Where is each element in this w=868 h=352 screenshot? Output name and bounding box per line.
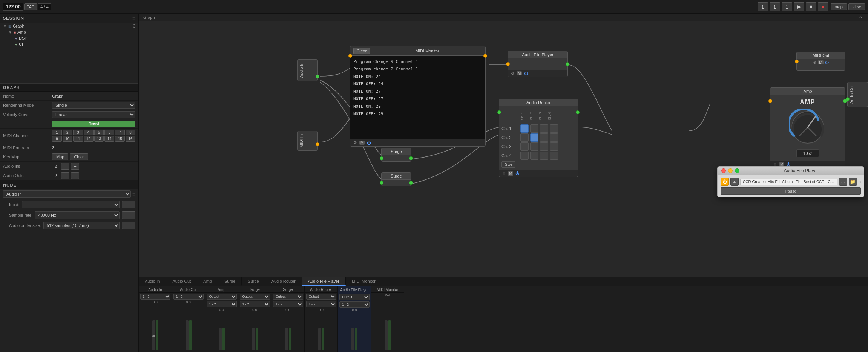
tree-item-dsp[interactable]: ● DSP [0,35,138,41]
graph-canvas[interactable]: Audio In MIDI In Clear MIDI Monitor Prog… [139,21,868,277]
ch-routing-router[interactable]: Output [306,294,336,300]
tab-audio-out[interactable]: Audio Out [166,277,197,286]
velocity-curve-select[interactable]: Linear [52,111,135,118]
afp-dots-button[interactable]: … [839,178,847,186]
midi-ch-8[interactable]: 8 [126,130,135,135]
midi-ch-3[interactable]: 3 [73,130,83,135]
ch-routing-surge-2-2[interactable]: 1 - 2 [273,301,303,307]
midi-ch-15[interactable]: 15 [115,136,125,142]
fader-track-router[interactable] [318,328,321,350]
num-btn-1[interactable]: 1 [758,2,768,11]
fader-handle-audio-in[interactable] [152,335,155,337]
tab-surge-1[interactable]: Surge [218,277,242,286]
ch-routing-router-2[interactable]: 1 - 2 [306,301,336,307]
midi-ch-11[interactable]: 11 [73,136,83,142]
num-btn-3[interactable]: 1 [782,2,792,11]
power-btn-afp[interactable]: ⏻ [524,71,528,75]
afp-pause-button[interactable]: Pause [721,187,861,195]
midi-ch-10[interactable]: 10 [63,136,72,142]
ch-routing-audio-out[interactable]: 1 - 2 [173,294,204,300]
rendering-mode-select[interactable]: Single [52,102,135,109]
audio-router-node[interactable]: Audio Router Ch. 1 Ch. 2 Ch. 3 Ch. 4 Ch.… [499,99,578,177]
bpm-display[interactable]: 122.00 [3,3,23,11]
play-button[interactable]: ▶ [794,2,804,11]
router-cell-4-4[interactable] [550,152,558,160]
midi-ch-14[interactable]: 14 [104,136,114,142]
fader-track-amp[interactable] [219,328,222,350]
tree-item-amp[interactable]: ▼ ■ Amp [0,29,138,35]
ch-routing-afp-2[interactable]: 1 - 2 [339,301,370,308]
tree-item-graph[interactable]: ▼ ⊞ Graph 3 [0,23,138,29]
power-btn-monitor[interactable]: ⏻ [367,141,371,145]
ch-routing-afp[interactable]: Output [339,294,370,300]
midi-ch-7[interactable]: 7 [115,130,125,135]
router-cell-1-1[interactable] [520,124,529,133]
num-btn-2[interactable]: 1 [770,2,780,11]
audio-out-node[interactable]: Audio Out [847,82,868,107]
mute-btn-midi-out[interactable]: M [818,60,823,64]
router-cell-3-2[interactable] [530,142,538,151]
amp-node[interactable]: Amp AMP [770,87,845,168]
mute-btn-afp[interactable]: M [517,71,522,75]
surge-node-2[interactable]: Surge [381,172,411,186]
sample-rate-select[interactable]: 48000 Hz [35,211,120,219]
view-button[interactable]: view [848,3,865,10]
session-menu-button[interactable]: ≡ [132,15,135,21]
surge-node-1[interactable]: Surge [381,148,411,162]
router-cell-3-1[interactable] [520,142,529,151]
router-cell-2-2[interactable] [530,133,538,142]
fader-track-midi-monitor[interactable] [385,320,388,350]
mute-btn-monitor[interactable]: M [359,141,365,145]
router-cell-1-4[interactable] [550,124,558,133]
router-cell-4-2[interactable] [530,152,538,160]
input-select[interactable] [22,201,120,208]
tab-midi-monitor[interactable]: MIDI Monitor [346,277,382,286]
mute-btn-router[interactable]: M [508,171,513,176]
midi-ch-6[interactable]: 6 [104,130,114,135]
settings-icon-midi-out[interactable]: ⚙ [813,60,816,64]
router-cell-2-4[interactable] [550,133,558,142]
audio-outs-minus[interactable]: – [61,172,69,179]
afp-node[interactable]: Audio File Player ⚙ M ⏻ [508,51,568,77]
midi-ch-2[interactable]: 2 [63,130,72,135]
midi-ch-9[interactable]: 9 [52,136,62,142]
tab-audio-router[interactable]: Audio Router [265,277,302,286]
ch-routing-amp-2[interactable]: 1 - 2 [207,301,237,307]
ch-routing-surge-1-2[interactable]: 1 - 2 [240,301,270,307]
tap-button[interactable]: TAP [24,3,37,10]
stop-button[interactable]: ■ [806,2,816,11]
close-traffic-light[interactable] [721,168,726,173]
map-button-keymap[interactable]: Map [52,153,68,160]
tree-item-ui[interactable]: ● UI [0,41,138,47]
tab-audio-file-player[interactable]: Audio File Player [302,277,346,286]
node-menu-button[interactable]: ≡ [132,191,135,197]
router-cell-4-3[interactable] [540,152,548,160]
afp-folder-button[interactable]: 📁 [849,178,857,186]
router-cell-1-3[interactable] [540,124,548,133]
midi-monitor-node[interactable]: Clear MIDI Monitor Program Change 9 Chan… [350,46,486,147]
midi-ch-12[interactable]: 12 [84,136,94,142]
router-cell-1-2[interactable] [530,124,538,133]
clear-button-monitor[interactable]: Clear [353,48,370,54]
ch-routing-surge-2[interactable]: Output [273,294,303,300]
midi-ch-5[interactable]: 5 [94,130,104,135]
settings-icon-afp[interactable]: ⚙ [511,71,514,75]
audio-outs-plus[interactable]: + [71,172,79,179]
fader-track-afp[interactable] [351,328,354,350]
router-cell-3-4[interactable] [550,142,558,151]
amp-knob-svg[interactable] [789,109,827,146]
router-cell-2-1[interactable] [520,133,529,142]
ch-routing-surge-1[interactable]: Output [240,294,270,300]
power-btn-router[interactable]: ⏻ [515,171,519,176]
afp-power-button[interactable]: ⏻ [721,178,729,186]
midi-ch-13[interactable]: 13 [94,136,104,142]
tab-surge-2[interactable]: Surge [242,277,265,286]
tab-audio-in[interactable]: Audio In [139,277,166,286]
audio-in-node[interactable]: Audio In [297,59,318,81]
audio-ins-plus[interactable]: + [71,163,79,170]
fader-track-surge-2[interactable] [285,328,288,350]
size-button[interactable]: Size [501,161,515,168]
node-type-select[interactable]: Audio In [3,190,131,198]
router-cell-2-3[interactable] [540,133,548,142]
omni-button[interactable]: Omni [52,121,135,127]
